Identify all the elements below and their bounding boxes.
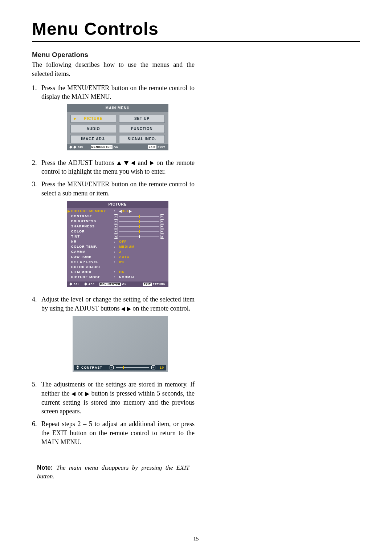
diamond-icon (73, 146, 76, 149)
slider-track (119, 226, 159, 227)
section-heading: Menu Operations (32, 51, 195, 59)
slider-track (116, 367, 149, 368)
minus-icon: − (114, 230, 118, 234)
left-arrow-icon (72, 392, 75, 396)
fig-main-menu: MAIN MENU PICTURE SET UP AUDIO FUNCTION … (67, 104, 168, 150)
diamond-icon (69, 146, 72, 149)
label-brightness: BRIGHTNESS (71, 219, 114, 223)
step-2-text-a: Press the ADJUST buttons (41, 159, 117, 166)
left-arrow-icon (121, 307, 125, 311)
main-menu-title: MAIN MENU (67, 104, 168, 112)
minus-icon: − (114, 214, 118, 218)
right-arrow-icon (127, 307, 131, 311)
slider-track (119, 216, 159, 217)
plus-icon: + (151, 365, 155, 369)
label-setup-level: SET UP LEVEL (71, 260, 114, 264)
value-film-mode: ON (119, 270, 125, 274)
fig-picture-menu: PICTURE PICTURE MEMORY : OFF CONTRAST (67, 201, 168, 287)
diamond-icon (69, 283, 72, 285)
step-1-text: Press the MENU/ENTER button on the remot… (41, 84, 195, 101)
row-picture-memory: PICTURE MEMORY : OFF (71, 209, 164, 214)
slider-track (119, 221, 159, 222)
row-picture-mode: PICTURE MODE: NORMAL (71, 275, 164, 280)
right-arrow-icon (129, 210, 132, 213)
label-picture-mode: PICTURE MODE (71, 275, 114, 279)
row-setup-level: SET UP LEVEL: 0% (71, 260, 164, 265)
left-arrow-icon (131, 161, 135, 165)
plus-icon: + (160, 214, 164, 218)
right-arrow-icon (85, 392, 89, 396)
value-picture-mode: NORMAL (119, 275, 136, 279)
step-4: 4. Adjust the level or change the settin… (32, 295, 195, 376)
slider-track (119, 236, 159, 237)
footer-exit: EXIT (158, 145, 166, 149)
row-film-mode: FILM MODE: ON (71, 270, 164, 275)
contrast-value: 10 (158, 365, 164, 370)
minus-icon: − (114, 219, 118, 223)
title-rule (32, 41, 360, 42)
row-tint: TINT RG (71, 234, 164, 239)
menu-enter-box: MENU/ENTER (91, 145, 113, 149)
fig-contrast-bar: CONTRAST − + 10 (73, 316, 168, 372)
menu-item-setup: SET UP (119, 115, 165, 123)
exit-box: EXIT (143, 283, 152, 286)
picture-menu-title: PICTURE (67, 201, 168, 208)
label-color-temp: COLOR TEMP. (71, 244, 114, 249)
left-arrow-icon (119, 210, 122, 213)
step-4-text-b: on the remote control. (131, 305, 190, 312)
step-2-text-b: and (135, 159, 150, 166)
step-6: 6. Repeat steps 2 – 5 to adjust an addit… (32, 420, 195, 446)
menu-item-function: FUNCTION (119, 125, 165, 133)
slider-track (119, 231, 159, 232)
row-brightness: BRIGHTNESS −+ (71, 219, 164, 224)
label-sharpness: SHARPNESS (71, 224, 114, 228)
step-5-text-b: or (75, 390, 85, 397)
contrast-bar: CONTRAST − + 10 (74, 365, 166, 370)
footer-return: RETURN (153, 283, 166, 286)
row-sharpness: SHARPNESS −+ (71, 224, 164, 229)
plus-icon: + (160, 224, 164, 228)
step-3: 3.Press the MENU/ENTER button on the rem… (32, 180, 195, 291)
note-body: The main menu disappears by pressing the… (37, 464, 189, 480)
label-contrast: CONTRAST (71, 214, 114, 218)
page-number: 15 (0, 536, 392, 542)
r-icon: R (114, 235, 118, 239)
value-setup-level: 0% (119, 260, 124, 264)
note-box: Note: The main menu disappears by pressi… (32, 458, 195, 486)
g-icon: G (160, 235, 164, 239)
row-gamma: GAMMA: 2 (71, 250, 164, 255)
row-color-adjust: COLOR ADJUST (71, 265, 164, 270)
row-contrast: CONTRAST −+ (71, 214, 164, 219)
row-low-tone: LOW TONE: AUTO (71, 255, 164, 260)
row-nr: NR: OFF (71, 239, 164, 244)
menu-enter-box: MENU/ENTER (99, 283, 121, 286)
intro-text: The following describes how to use the m… (32, 60, 195, 78)
right-arrow-icon (150, 161, 154, 165)
footer-sel: SEL. (74, 283, 81, 286)
label-tint: TINT (71, 234, 114, 239)
step-1: 1.Press the MENU/ENTER button on the rem… (32, 84, 195, 155)
label-color-adjust: COLOR ADJUST (71, 265, 114, 269)
footer-sel: SEL. (78, 145, 86, 149)
label-film-mode: FILM MODE (71, 270, 114, 274)
page-title: Menu Controls (32, 19, 360, 39)
row-color-temp: COLOR TEMP.: MEDIUM (71, 244, 164, 250)
down-arrow-icon (124, 161, 128, 165)
menu-item-signal-info: SIGNAL INFO. (119, 135, 165, 143)
value-nr: OFF (119, 239, 127, 244)
menu-item-audio: AUDIO (70, 125, 116, 133)
footer-ok: OK (122, 283, 127, 286)
value-color-temp: MEDIUM (119, 244, 135, 249)
minus-icon: − (114, 224, 118, 228)
up-arrow-icon (117, 161, 121, 165)
menu-item-picture: PICTURE (70, 115, 116, 123)
contrast-label: CONTRAST (81, 365, 107, 370)
step-2: 2. Press the ADJUST buttons and on the r… (32, 158, 195, 177)
plus-icon: + (160, 230, 164, 234)
step-5: 5. The adjustments or the settings are s… (32, 380, 195, 416)
value-picture-memory: OFF (122, 209, 129, 213)
label-picture-memory: PICTURE MEMORY (71, 209, 114, 213)
main-menu-footer: SEL. MENU/ENTEROK EXITEXIT (67, 144, 168, 150)
step-6-text: Repeat steps 2 – 5 to adjust an addition… (41, 420, 195, 446)
label-low-tone: LOW TONE (71, 255, 114, 259)
